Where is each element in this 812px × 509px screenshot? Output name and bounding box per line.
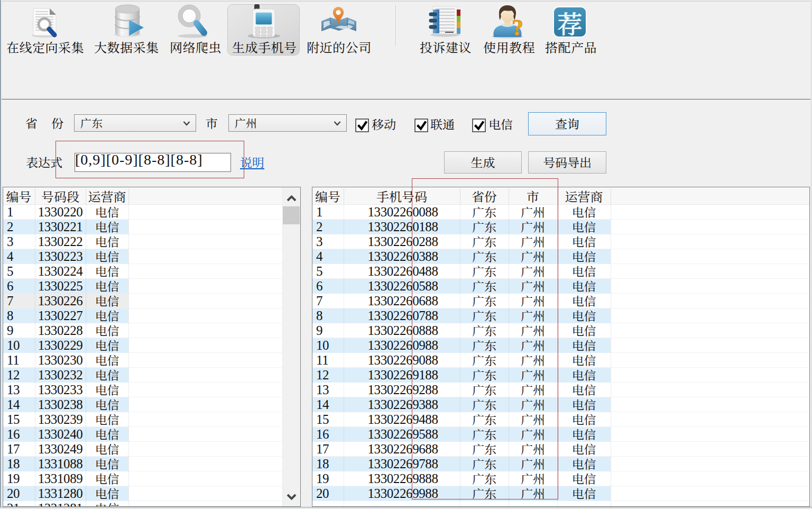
- svg-text:?: ?: [512, 15, 523, 39]
